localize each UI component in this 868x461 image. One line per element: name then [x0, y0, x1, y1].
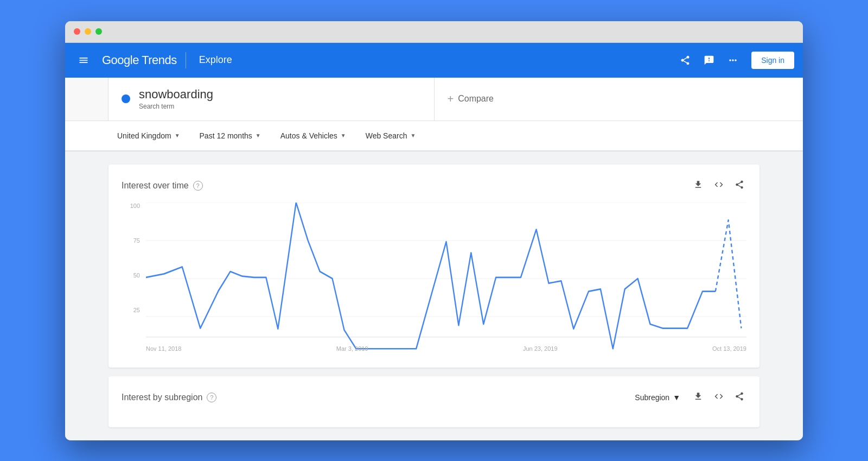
minimize-button[interactable] [85, 28, 91, 35]
app-header: Google Trends Explore Sign in [65, 43, 803, 78]
x-label-1: Mar 3, 2019 [336, 345, 368, 352]
y-label-25: 25 [133, 307, 140, 313]
chart-wrapper: 100 75 50 25 Nov 11, 2018 Mar 3, 2019 Ju… [122, 203, 746, 355]
subregion-control-label: Subregion [635, 393, 669, 402]
y-axis: 100 75 50 25 [122, 203, 143, 342]
card-title-group: Interest over time ? [122, 181, 203, 191]
search-section: snowboarding Search term + Compare [65, 78, 803, 121]
subregion-arrow-icon: ▼ [673, 393, 680, 402]
app-logo: Google Trends [102, 53, 177, 67]
browser-titlebar [65, 21, 803, 43]
type-filter[interactable]: Web Search ▼ [357, 127, 425, 144]
chart-title: Interest over time [122, 181, 189, 191]
subregion-card-header: Interest by subregion ? Subregion ▼ [122, 389, 746, 406]
search-term-box: snowboarding Search term [108, 78, 435, 121]
x-label-0: Nov 11, 2018 [146, 345, 181, 352]
header-explore-label: Explore [199, 54, 232, 66]
apps-icon[interactable] [723, 50, 743, 70]
sign-in-button[interactable]: Sign in [751, 52, 794, 69]
region-filter-arrow: ▼ [175, 132, 180, 138]
chart-help-icon[interactable]: ? [193, 181, 203, 191]
subregion-control-btn[interactable]: Subregion ▼ [630, 391, 685, 404]
interest-over-time-card: Interest over time ? [108, 165, 760, 368]
time-filter-label: Past 12 months [200, 131, 252, 140]
y-label-75: 75 [133, 237, 140, 244]
browser-window: Google Trends Explore Sign in [65, 21, 803, 440]
subregion-help-icon[interactable]: ? [207, 393, 216, 402]
x-axis: Nov 11, 2018 Mar 3, 2019 Jun 23, 2019 Oc… [146, 343, 746, 355]
subregion-title-group: Interest by subregion ? [122, 393, 216, 402]
search-term-text: snowboarding [139, 87, 213, 102]
share-icon[interactable] [675, 50, 695, 70]
search-term-sub: Search term [139, 103, 213, 110]
x-label-2: Jun 23, 2019 [523, 345, 558, 352]
compare-label: Compare [458, 94, 494, 104]
menu-icon[interactable] [74, 50, 93, 70]
subregion-share-icon[interactable] [732, 389, 746, 406]
right-pad [760, 78, 803, 121]
category-filter-arrow: ▼ [341, 132, 346, 138]
maximize-button[interactable] [95, 28, 102, 35]
subregion-card: Interest by subregion ? Subregion ▼ [108, 376, 760, 427]
filters-bar: United Kingdom ▼ Past 12 months ▼ Autos … [65, 121, 803, 151]
region-filter[interactable]: United Kingdom ▼ [108, 127, 189, 144]
chart-card-header: Interest over time ? [122, 178, 746, 194]
region-filter-label: United Kingdom [117, 131, 171, 140]
header-divider [186, 52, 186, 68]
search-left-pad [65, 78, 108, 121]
x-label-3: Oct 13, 2019 [712, 345, 746, 352]
subregion-download-icon[interactable] [691, 389, 705, 406]
subregion-card-actions: Subregion ▼ [630, 389, 746, 406]
close-button[interactable] [74, 28, 80, 35]
embed-icon[interactable] [712, 178, 726, 194]
type-filter-label: Web Search [366, 131, 407, 140]
time-filter[interactable]: Past 12 months ▼ [191, 127, 270, 144]
download-icon[interactable] [691, 178, 705, 194]
card-actions [691, 178, 746, 194]
time-filter-arrow: ▼ [256, 132, 261, 138]
subregion-title: Interest by subregion [122, 393, 202, 402]
y-label-100: 100 [130, 203, 140, 209]
subregion-embed-icon[interactable] [712, 389, 726, 406]
y-label-50: 50 [133, 272, 140, 279]
header-icons: Sign in [675, 50, 794, 70]
category-filter-label: Autos & Vehicles [280, 131, 337, 140]
chart-svg [146, 203, 746, 355]
category-filter[interactable]: Autos & Vehicles ▼ [272, 127, 355, 144]
type-filter-arrow: ▼ [410, 132, 416, 138]
feedback-icon[interactable] [699, 50, 719, 70]
compare-plus-icon: + [448, 93, 454, 105]
compare-box[interactable]: + Compare [435, 78, 760, 121]
search-dot [122, 94, 130, 103]
search-term-info: snowboarding Search term [139, 87, 213, 110]
main-content: Interest over time ? [65, 151, 803, 440]
share-chart-icon[interactable] [732, 178, 746, 194]
